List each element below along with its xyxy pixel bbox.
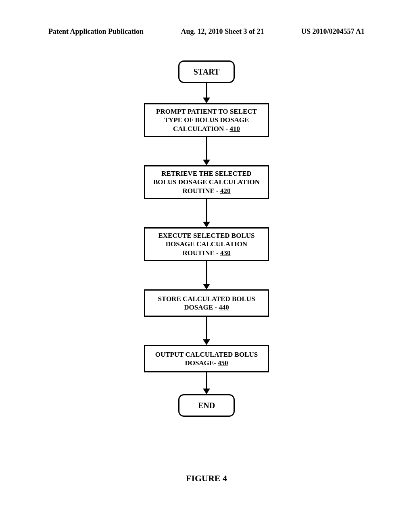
- step-410: PROMPT PATIENT TO SELECT TYPE OF BOLUS D…: [144, 103, 269, 137]
- step-ref: 420: [220, 187, 231, 195]
- start-terminator: START: [178, 60, 235, 83]
- header-right: US 2010/0204557 A1: [301, 27, 365, 36]
- step-body: PROMPT PATIENT TO SELECT TYPE OF BOLUS D…: [156, 108, 257, 133]
- arrow-head-icon: [203, 98, 210, 103]
- arrow-head-icon: [203, 339, 210, 345]
- header-left: Patent Application Publication: [48, 27, 144, 36]
- step-ref: 450: [218, 359, 228, 367]
- step-450: OUTPUT CALCULATED BOLUS DOSAGE- 450: [144, 345, 269, 372]
- arrow-icon: [203, 317, 210, 345]
- page-header: Patent Application Publication Aug. 12, …: [0, 27, 413, 36]
- arrow-head-icon: [203, 389, 210, 394]
- figure-caption: FIGURE 4: [0, 473, 413, 484]
- arrow-shaft: [206, 317, 207, 339]
- step-ref: 410: [229, 125, 240, 133]
- step-text: OUTPUT CALCULATED BOLUS DOSAGE- 450: [149, 350, 264, 368]
- arrow-icon: [203, 83, 210, 103]
- step-ref: 430: [220, 249, 231, 257]
- arrow-shaft: [206, 199, 207, 222]
- step-text: PROMPT PATIENT TO SELECT TYPE OF BOLUS D…: [149, 107, 264, 133]
- arrow-head-icon: [203, 160, 210, 165]
- step-430: EXECUTE SELECTED BOLUS DOSAGE CALCULATIO…: [144, 227, 269, 261]
- page: Patent Application Publication Aug. 12, …: [0, 0, 413, 532]
- arrow-icon: [203, 372, 210, 394]
- arrow-shaft: [206, 261, 207, 284]
- step-text: EXECUTE SELECTED BOLUS DOSAGE CALCULATIO…: [149, 231, 264, 257]
- step-sep: -: [224, 125, 229, 133]
- arrow-head-icon: [203, 284, 210, 289]
- arrow-shaft: [206, 83, 207, 98]
- end-terminator: END: [178, 394, 235, 417]
- step-sep: -: [214, 359, 218, 367]
- arrow-icon: [203, 199, 210, 227]
- step-body: RETRIEVE THE SELECTED BOLUS DOSAGE CALCU…: [153, 170, 260, 195]
- end-label: END: [198, 401, 215, 411]
- step-body: OUTPUT CALCULATED BOLUS DOSAGE: [155, 351, 258, 367]
- arrow-icon: [203, 137, 210, 165]
- step-sep: -: [213, 303, 219, 311]
- step-body: STORE CALCULATED BOLUS DOSAGE: [158, 295, 255, 311]
- step-420: RETRIEVE THE SELECTED BOLUS DOSAGE CALCU…: [144, 165, 269, 199]
- step-text: RETRIEVE THE SELECTED BOLUS DOSAGE CALCU…: [149, 169, 264, 195]
- arrow-shaft: [206, 137, 207, 160]
- step-ref: 440: [219, 303, 229, 311]
- start-label: START: [194, 67, 220, 77]
- step-body: EXECUTE SELECTED BOLUS DOSAGE CALCULATIO…: [158, 232, 254, 257]
- header-center: Aug. 12, 2010 Sheet 3 of 21: [181, 27, 264, 36]
- arrow-head-icon: [203, 222, 210, 227]
- step-sep: -: [215, 249, 220, 257]
- arrow-shaft: [206, 372, 207, 389]
- flowchart: START PROMPT PATIENT TO SELECT TYPE OF B…: [0, 60, 413, 417]
- step-text: STORE CALCULATED BOLUS DOSAGE - 440: [149, 295, 264, 312]
- arrow-icon: [203, 261, 210, 289]
- step-440: STORE CALCULATED BOLUS DOSAGE - 440: [144, 289, 269, 317]
- step-sep: -: [215, 187, 220, 195]
